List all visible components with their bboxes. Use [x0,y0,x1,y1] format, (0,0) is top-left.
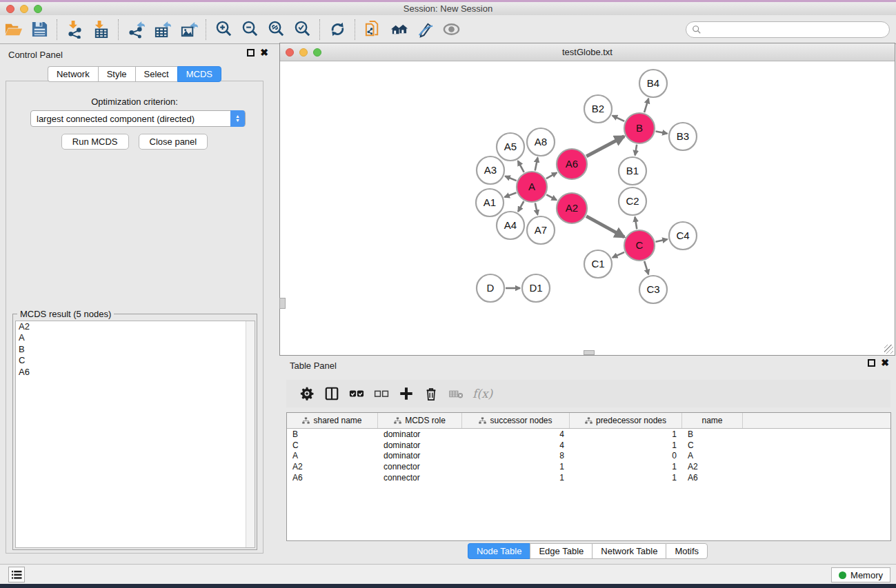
tab-style[interactable]: Style [98,66,135,82]
edge-A-A3[interactable] [505,176,516,181]
edge-A-A4[interactable] [518,201,524,212]
mcds-result-list[interactable]: A2ABCA6 [15,321,255,548]
edge-C-C1[interactable] [613,252,624,258]
edge-C-C2[interactable] [635,217,637,230]
save-session-icon[interactable] [28,18,51,41]
tab-network[interactable]: Network [48,66,98,82]
deselect-all-columns-icon[interactable] [369,383,394,404]
node-table[interactable]: shared nameMCDS rolesuccessor nodesprede… [286,412,891,541]
cell-shared-name[interactable]: A [287,451,378,460]
cell-successor-nodes[interactable]: 4 [462,429,570,439]
horizontal-scroll-nub[interactable] [584,350,595,355]
node-B[interactable]: B [624,113,655,143]
cell-shared-name[interactable]: B [287,429,378,439]
show-graphics-details-icon[interactable] [439,18,463,41]
node-A2[interactable]: A2 [557,193,587,223]
result-list-scrollbar[interactable] [246,321,255,547]
zoom-fit-icon[interactable] [264,18,288,41]
cell-successor-nodes[interactable]: 8 [462,451,570,460]
table-row[interactable]: Adominator80A [287,450,890,461]
clone-network-icon[interactable] [361,18,384,41]
node-A8[interactable]: A8 [527,128,555,156]
table-row[interactable]: Bdominator41B [287,429,890,440]
node-A1[interactable]: A1 [476,189,504,216]
refresh-view-icon[interactable] [326,18,349,41]
edge-A-A6[interactable] [546,172,557,179]
node-C4[interactable]: C4 [669,222,697,250]
columns-icon[interactable] [319,383,344,404]
edge-B-B3[interactable] [656,131,668,133]
cell-predecessor-nodes[interactable]: 1 [570,429,682,439]
node-B1[interactable]: B1 [619,157,646,185]
cell-name[interactable]: A6 [682,473,743,483]
edge-A2-C[interactable] [586,216,624,237]
cell-shared-name[interactable]: C [287,440,378,450]
edge-C-C4[interactable] [655,239,667,242]
cell-name[interactable]: A2 [682,462,743,472]
resize-grip[interactable] [884,345,893,354]
tab-network-table[interactable]: Network Table [592,543,666,559]
import-network-icon[interactable] [63,18,86,41]
edge-A-A5[interactable] [518,161,524,172]
result-item[interactable]: C [16,355,255,366]
node-A[interactable]: A [517,172,547,202]
export-table-icon[interactable] [150,18,174,41]
select-all-columns-icon[interactable] [344,383,369,404]
node-C[interactable]: C [624,230,655,261]
cell-name[interactable]: C [682,440,743,450]
node-A6[interactable]: A6 [557,149,587,179]
edge-A-A7[interactable] [535,203,538,215]
edge-C-C3[interactable] [644,261,648,274]
node-B2[interactable]: B2 [584,95,612,123]
edge-B-B1[interactable] [635,145,637,156]
cell-predecessor-nodes[interactable]: 0 [570,451,682,460]
result-item[interactable]: A2 [16,321,255,332]
hide-annotations-icon[interactable] [413,18,437,41]
node-A5[interactable]: A5 [497,133,524,161]
node-D[interactable]: D [477,274,504,302]
search-field[interactable] [686,21,890,38]
function-builder-icon[interactable]: f(x) [472,387,492,401]
float-panel-icon[interactable] [247,49,255,57]
result-item[interactable]: A [16,332,255,343]
cell-successor-nodes[interactable]: 4 [462,440,570,450]
edge-A-A1[interactable] [505,192,517,196]
column-header-successor-nodes[interactable]: successor nodes [462,413,570,428]
cell-MCDS-role[interactable]: connector [378,473,462,483]
node-D1[interactable]: D1 [522,274,550,302]
edge-A6-B[interactable] [586,136,624,156]
memory-button[interactable]: Memory [831,567,890,582]
cell-MCDS-role[interactable]: connector [378,462,462,472]
export-network-icon[interactable] [124,18,148,41]
edge-B-B4[interactable] [644,99,648,112]
tab-edge-table[interactable]: Edge Table [530,543,592,559]
cell-MCDS-role[interactable]: dominator [378,429,462,439]
table-row[interactable]: A6connector11A6 [287,472,890,483]
optimization-criterion-select[interactable]: largest connected component (directed) ▲… [30,110,246,127]
tab-node-table[interactable]: Node Table [468,543,530,559]
table-row[interactable]: A2connector11A2 [287,461,890,472]
export-image-icon[interactable] [177,18,200,41]
tab-mcds[interactable]: MCDS [177,66,221,82]
tab-select[interactable]: Select [135,66,177,82]
node-A7[interactable]: A7 [527,216,555,244]
node-A3[interactable]: A3 [477,156,504,184]
cell-name[interactable]: B [682,429,743,439]
column-header-name[interactable]: name [682,413,743,428]
network-graph[interactable]: B4B2BB3A8A5A6A3B1AC2A1A2A4A7C4CC1C3DD1 [280,61,895,355]
cell-predecessor-nodes[interactable]: 1 [570,473,682,483]
vertical-scroll-nub[interactable] [279,298,286,309]
cell-predecessor-nodes[interactable]: 1 [570,440,682,450]
cell-name[interactable]: A [682,451,743,460]
node-C2[interactable]: C2 [619,187,646,215]
node-B4[interactable]: B4 [639,70,667,97]
column-header-predecessor-nodes[interactable]: predecessor nodes [570,413,682,428]
float-table-panel-icon[interactable] [868,359,875,367]
cell-MCDS-role[interactable]: dominator [378,440,462,450]
zoom-in-icon[interactable] [212,18,235,41]
node-C3[interactable]: C3 [639,276,667,303]
node-A4[interactable]: A4 [497,212,524,239]
cell-shared-name[interactable]: A6 [287,473,378,483]
close-table-panel-icon[interactable]: ✖ [881,359,889,367]
node-C1[interactable]: C1 [584,250,612,278]
